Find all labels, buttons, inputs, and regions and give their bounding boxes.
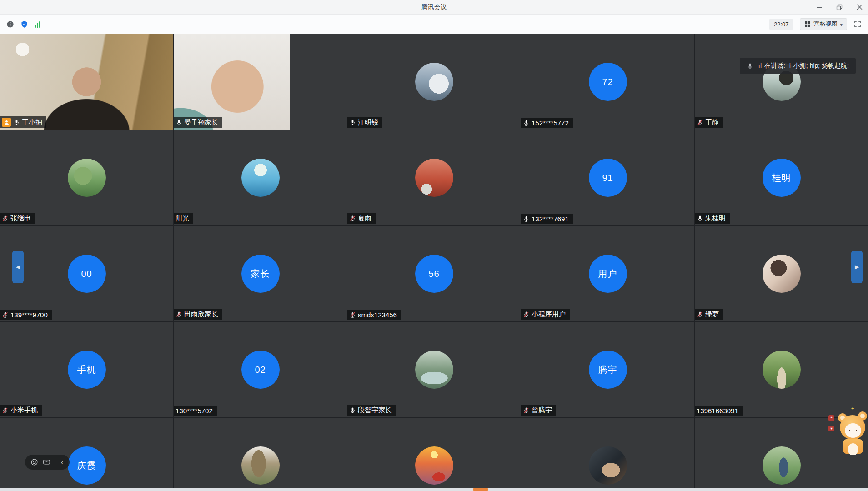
- participant-tile[interactable]: 段智宇家长: [347, 322, 521, 417]
- participant-tile[interactable]: 庆霞: [0, 418, 173, 491]
- signal-bars-icon[interactable]: [35, 21, 40, 28]
- participant-tile[interactable]: [347, 418, 521, 491]
- avatar-area: 00: [0, 226, 173, 321]
- meeting-timer: 22:07: [769, 19, 794, 30]
- participant-tile[interactable]: 夏雨: [347, 130, 521, 225]
- participant-tile[interactable]: 桂明朱桂明: [695, 130, 868, 225]
- grid-view-icon: [804, 21, 811, 27]
- avatar-photo: [763, 446, 801, 485]
- participant-name-label: 朱桂明: [695, 213, 730, 224]
- fullscreen-icon[interactable]: [853, 20, 862, 28]
- mic-muted-icon: [697, 119, 703, 126]
- participant-name: 小程序用户: [532, 310, 566, 319]
- avatar-initials-text: 00: [81, 269, 92, 279]
- mic-muted-icon: [2, 215, 9, 222]
- avatar-initials: 72: [589, 63, 627, 101]
- reaction-badge: ♥: [828, 426, 834, 431]
- sticker-star: ✦: [851, 406, 854, 411]
- avatar-area: [0, 130, 173, 225]
- participant-tile[interactable]: 91132****7691: [521, 130, 694, 225]
- chat-icon[interactable]: [43, 458, 50, 466]
- mic-muted-icon: [349, 215, 356, 222]
- participant-tile[interactable]: 02130****5702: [174, 322, 347, 417]
- mic-muted-icon: [697, 311, 703, 318]
- avatar-initials: 02: [241, 351, 280, 389]
- prev-page-icon[interactable]: ◀: [12, 251, 24, 283]
- mic-on-icon: [349, 119, 356, 126]
- mic-muted-icon: [523, 311, 530, 318]
- emoji-icon[interactable]: [30, 458, 38, 466]
- avatar-area: [695, 322, 868, 417]
- participant-tile[interactable]: 00139****9700: [0, 226, 173, 321]
- shield-check-icon[interactable]: [20, 20, 28, 28]
- participant-name-label: 夏雨: [347, 213, 376, 224]
- view-mode-label: 宫格视图: [813, 20, 837, 28]
- participant-name: 小米手机: [10, 406, 38, 415]
- participant-tile[interactable]: [174, 418, 347, 491]
- participant-name: 张继申: [10, 214, 31, 223]
- mic-muted-icon: [176, 311, 182, 318]
- avatar-initials-text: 家长: [251, 268, 270, 280]
- avatar-area: 02: [174, 322, 347, 417]
- participant-tile[interactable]: 56smdx123456: [347, 226, 521, 321]
- view-mode-button[interactable]: 宫格视图: [800, 18, 847, 30]
- participant-name: 阳光: [176, 214, 189, 223]
- avatar-area: 家长: [174, 226, 347, 321]
- avatar-area: [521, 418, 694, 491]
- avatar-initials-text: 02: [255, 365, 266, 375]
- participant-tile[interactable]: 72152****5772: [521, 34, 694, 130]
- participant-tile[interactable]: 汪明锐: [347, 34, 521, 130]
- window-titlebar: 腾讯会议: [0, 0, 868, 15]
- avatar-initials: 56: [415, 255, 453, 293]
- avatar-area: 庆霞: [0, 418, 173, 491]
- close-icon[interactable]: [855, 3, 863, 11]
- avatar-photo: [415, 351, 453, 389]
- window-controls: [815, 0, 863, 14]
- avatar-initials: 手机: [68, 351, 106, 389]
- avatar-area: 72: [521, 34, 694, 130]
- speaking-toast: 正在讲话: 王小拥; hlp; 扬帆起航;: [740, 58, 856, 74]
- participant-name: smdx123456: [358, 311, 397, 319]
- participant-tile[interactable]: 阳光: [174, 130, 347, 225]
- participant-tile[interactable]: 家长田雨欣家长: [174, 226, 347, 321]
- meeting-toolbar: 22:07 宫格视图: [0, 15, 868, 34]
- speaking-toast-text: 正在讲话: 王小拥; hlp; 扬帆起航;: [758, 62, 849, 70]
- participant-name: 132****7691: [532, 215, 569, 223]
- participant-tile[interactable]: 绿萝: [695, 226, 868, 321]
- video-feed: [174, 34, 290, 130]
- participant-tile[interactable]: 张继申: [0, 130, 173, 225]
- host-badge-icon: [2, 118, 11, 127]
- participant-name: 王小拥: [22, 118, 42, 127]
- mic-muted-icon: [2, 407, 9, 414]
- avatar-area: 用户: [521, 226, 694, 321]
- avatar-area: [174, 418, 347, 491]
- info-icon[interactable]: [6, 20, 14, 28]
- participant-name: 139****9700: [10, 311, 48, 319]
- restore-icon[interactable]: [835, 3, 843, 11]
- participant-tile[interactable]: 腾宇曾腾宇: [521, 322, 694, 417]
- avatar-area: 56: [347, 226, 521, 321]
- collapse-left-icon[interactable]: ‹: [60, 459, 64, 466]
- minimize-icon[interactable]: [815, 3, 823, 11]
- avatar-photo: [763, 255, 801, 293]
- participant-tile[interactable]: 手机小米手机: [0, 322, 173, 417]
- next-page-icon[interactable]: ▶: [851, 251, 863, 283]
- participant-name-label: 139****9700: [0, 310, 52, 320]
- avatar-initials: 家长: [241, 255, 280, 293]
- participant-tile[interactable]: 13961663091: [695, 322, 868, 417]
- taskbar-highlight: [473, 488, 488, 491]
- participant-name-label: 小程序用户: [521, 309, 570, 320]
- avatar-area: [174, 130, 347, 225]
- participant-name: 13961663091: [697, 407, 738, 415]
- participant-tile[interactable]: 王小拥: [0, 34, 173, 130]
- participant-name-label: 汪明锐: [347, 117, 382, 128]
- window-title: 腾讯会议: [421, 3, 447, 11]
- participant-tile[interactable]: [521, 418, 694, 491]
- participants-grid: 王小拥晏子翔家长汪明锐72152****5772王静张继申阳光夏雨91132**…: [0, 34, 868, 491]
- participant-tile[interactable]: 王静: [695, 34, 868, 130]
- participant-tile[interactable]: 用户小程序用户: [521, 226, 694, 321]
- participant-name: 曾腾宇: [532, 406, 552, 415]
- avatar-initials-text: 桂明: [772, 172, 791, 184]
- participant-tile[interactable]: 晏子翔家长: [174, 34, 347, 130]
- participant-name-label: 段智宇家长: [347, 405, 396, 416]
